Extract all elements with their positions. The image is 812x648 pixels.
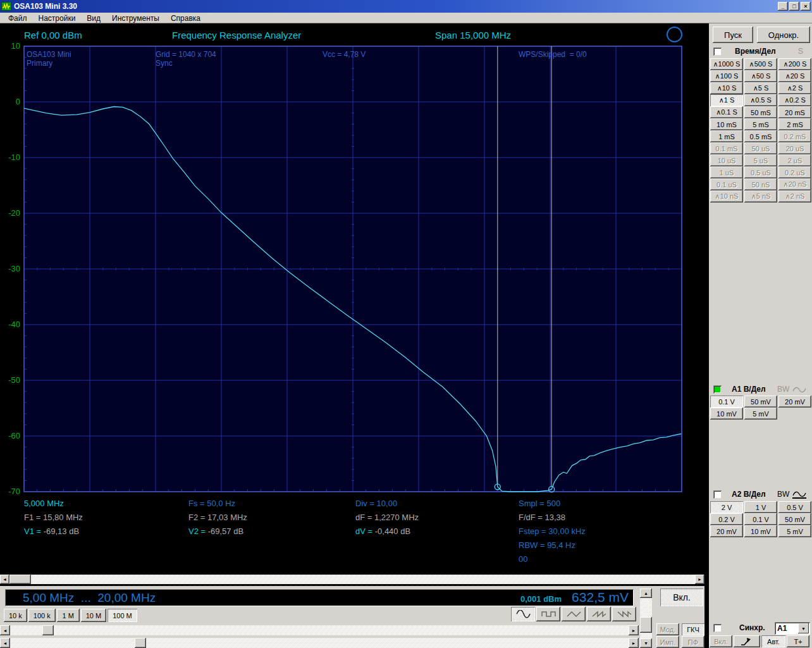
a1-enable-checkbox[interactable] <box>713 385 722 394</box>
timediv-checkbox[interactable] <box>713 47 722 56</box>
timediv-button-1-ms[interactable]: 1 mS <box>710 130 743 142</box>
scroll-left-icon[interactable]: ◄ <box>0 638 10 648</box>
timediv-button-0-1-us[interactable]: 0.1 uS <box>710 178 743 190</box>
timediv-button-10-ms[interactable]: 10 mS <box>710 118 743 130</box>
a2-coupling-sine-icon[interactable] <box>792 491 806 499</box>
timediv-button-200-s[interactable]: ∧200 S <box>778 58 811 70</box>
a2-enable-checkbox[interactable] <box>713 490 722 499</box>
menu-item-справка[interactable]: Справка <box>165 13 206 23</box>
band-button-100-m[interactable]: 100 M <box>108 609 137 622</box>
a1-coupling-sine-icon[interactable] <box>792 387 806 393</box>
single-button[interactable]: Однокр. <box>757 27 810 43</box>
timediv-button-5-ms[interactable]: 5 mS <box>744 118 777 130</box>
scroll-right-icon[interactable]: ► <box>629 638 639 648</box>
band-button-10-k[interactable]: 10 k <box>4 609 27 622</box>
scrollbar-thumb[interactable] <box>135 638 146 648</box>
close-icon[interactable]: × <box>801 2 811 11</box>
a1-vdiv-button-5-mv[interactable]: 5 mV <box>744 408 777 420</box>
sine-wave-icon[interactable] <box>511 607 535 621</box>
a2-vdiv-button-0-1-v[interactable]: 0.1 V <box>744 513 777 525</box>
a1-vdiv-button-10-mv[interactable]: 10 mV <box>710 408 743 420</box>
scroll-down-icon[interactable]: ▼ <box>640 639 652 648</box>
scroll-left-icon[interactable]: ◄ <box>0 625 10 635</box>
a2-vdiv-button-0-5-v[interactable]: 0.5 V <box>778 501 811 513</box>
timediv-button-10-us[interactable]: 10 uS <box>710 154 743 166</box>
ramp-down-wave-icon[interactable] <box>612 607 636 621</box>
timediv-button-50-ms[interactable]: 50 mS <box>744 106 777 118</box>
timediv-button-500-s[interactable]: ∧500 S <box>744 58 777 70</box>
plot-h-scrollbar[interactable]: ◄ ► <box>0 575 704 584</box>
timediv-button-1000-s[interactable]: ∧1000 S <box>710 58 743 70</box>
band-button-1-m[interactable]: 1 M <box>57 609 80 622</box>
timediv-button-5-s[interactable]: ∧5 S <box>744 82 777 94</box>
timediv-button-0-2-ms[interactable]: 0.2 mS <box>778 130 811 142</box>
triangle-wave-icon[interactable] <box>562 607 586 621</box>
timediv-button-1-us[interactable]: 1 uS <box>710 166 743 178</box>
a1-vdiv-button-0-1-v[interactable]: 0.1 V <box>710 396 743 408</box>
timediv-button-50-ns[interactable]: 50 nS <box>744 178 777 190</box>
menu-item-файл[interactable]: Файл <box>3 13 33 23</box>
a2-vdiv-button-10-mv[interactable]: 10 mV <box>744 525 777 537</box>
mode-button-гкч[interactable]: ГКЧ <box>682 623 704 635</box>
a2-vdiv-button-20-mv[interactable]: 20 mV <box>710 525 743 537</box>
timediv-button-5-us[interactable]: 5 uS <box>744 154 777 166</box>
scroll-right-icon[interactable]: ► <box>695 575 704 584</box>
mode-button-пф[interactable]: ПФ <box>682 636 704 648</box>
timediv-button-0-5-s[interactable]: ∧0.5 S <box>744 94 777 106</box>
a2-vdiv-button-5-mv[interactable]: 5 mV <box>778 525 811 537</box>
a1-vdiv-button-50-mv[interactable]: 50 mV <box>744 396 777 408</box>
timediv-button-0-5-us[interactable]: 0.5 uS <box>744 166 777 178</box>
timediv-button-50-us[interactable]: 50 uS <box>744 142 777 154</box>
generator-v-scrollbar[interactable]: ▲ ▼ <box>640 589 652 648</box>
timediv-button-50-s[interactable]: ∧50 S <box>744 70 777 82</box>
scroll-right-icon[interactable]: ► <box>629 625 639 635</box>
trigger-auto-button[interactable]: Авт. <box>761 635 785 647</box>
timediv-button-20-ns[interactable]: ∧20 nS <box>778 178 811 190</box>
timediv-button-2-s[interactable]: ∧2 S <box>778 82 811 94</box>
timediv-button-10-ns[interactable]: ∧10 nS <box>710 190 743 202</box>
a2-vdiv-button-1-v[interactable]: 1 V <box>744 501 777 513</box>
timediv-button-2-ns[interactable]: ∧2 nS <box>778 190 811 202</box>
band-button-100-k[interactable]: 100 k <box>28 609 56 622</box>
ramp-up-wave-icon[interactable] <box>587 607 611 621</box>
a2-vdiv-button-2-v[interactable]: 2 V <box>710 501 743 513</box>
menu-item-настройки[interactable]: Настройки <box>33 13 82 23</box>
trigger-tplus-button[interactable]: T+ <box>787 635 809 647</box>
scroll-up-icon[interactable]: ▲ <box>640 589 652 598</box>
scrollbar-thumb[interactable] <box>640 617 652 633</box>
scrollbar-thumb[interactable] <box>9 575 31 584</box>
scroll-left-icon[interactable]: ◄ <box>0 575 9 584</box>
dropdown-arrow-icon[interactable]: ▼ <box>798 623 809 633</box>
timediv-button-5-ns[interactable]: ∧5 nS <box>744 190 777 202</box>
timediv-button-20-ms[interactable]: 20 mS <box>778 106 811 118</box>
timediv-button-0-1-s[interactable]: ∧0.1 S <box>710 106 743 118</box>
a2-vdiv-button-0-2-v[interactable]: 0.2 V <box>710 513 743 525</box>
timediv-button-0-1-ms[interactable]: 0.1 mS <box>710 142 743 154</box>
timediv-button-0-5-ms[interactable]: 0.5 mS <box>744 130 777 142</box>
sync-checkbox[interactable] <box>713 624 722 632</box>
band-button-10-m[interactable]: 10 M <box>81 609 106 622</box>
square-wave-icon[interactable] <box>536 607 560 621</box>
timediv-button-2-ms[interactable]: 2 mS <box>778 118 811 130</box>
timediv-button-20-s[interactable]: ∧20 S <box>778 70 811 82</box>
timediv-button-100-s[interactable]: ∧100 S <box>710 70 743 82</box>
a1-vdiv-button-20-mv[interactable]: 20 mV <box>778 396 811 408</box>
scrollbar-thumb[interactable] <box>42 625 54 635</box>
frequency-scrollbar[interactable]: ◄ ► <box>0 625 639 635</box>
amplitude-scrollbar[interactable]: ◄ ► <box>0 638 639 648</box>
minimize-icon[interactable]: _ <box>778 2 788 11</box>
sync-enable-button[interactable]: Вкл. <box>710 635 732 647</box>
a2-vdiv-button-50-mv[interactable]: 50 mV <box>778 513 811 525</box>
start-button[interactable]: Пуск <box>713 27 753 43</box>
timediv-button-1-s[interactable]: ∧1 S <box>710 94 743 106</box>
timediv-button-2-us[interactable]: 2 uS <box>778 154 811 166</box>
maximize-icon[interactable]: □ <box>789 2 799 11</box>
menu-item-вид[interactable]: Вид <box>81 13 106 23</box>
mode-button-имп[interactable]: Имп. <box>656 636 679 648</box>
timediv-button-0-2-s[interactable]: ∧0.2 S <box>778 94 811 106</box>
menu-item-инструменты[interactable]: Инструменты <box>106 13 165 23</box>
timediv-button-20-us[interactable]: 20 uS <box>778 142 811 154</box>
sync-source-dropdown[interactable]: A1 ▼ <box>775 622 810 635</box>
trigger-slope-button[interactable] <box>734 635 760 647</box>
mode-button-мод[interactable]: Мод. <box>656 623 679 635</box>
